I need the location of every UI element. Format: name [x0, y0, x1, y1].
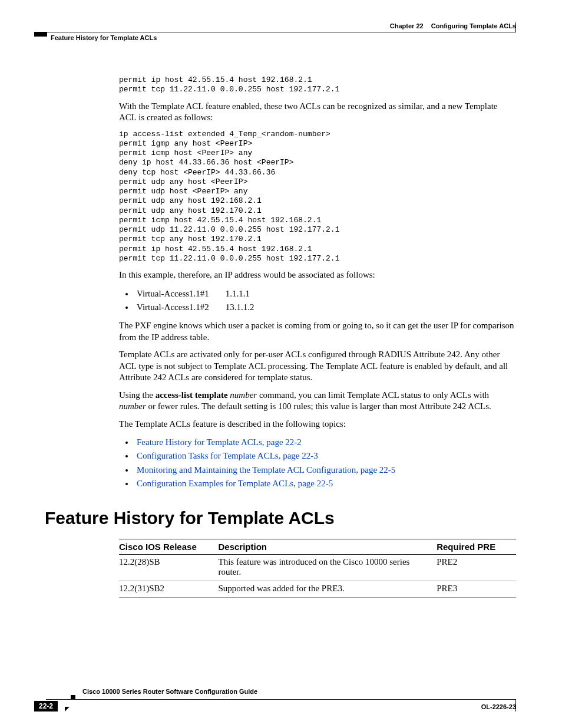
cross-ref-link[interactable]: Configuration Examples for Template ACLs…: [137, 479, 333, 488]
table-header-row: Cisco IOS Release Description Required P…: [119, 539, 516, 555]
page-content: permit ip host 42.55.15.4 host 192.168.2…: [119, 75, 516, 598]
paragraph: In this example, therefore, an IP addres…: [119, 269, 516, 281]
cross-ref-link[interactable]: Feature History for Template ACLs, page …: [137, 437, 302, 447]
page-badge-corner: [65, 707, 70, 711]
header-marker: [34, 32, 47, 37]
running-header: Chapter 22 Configuring Template ACLs: [46, 22, 516, 29]
footer-rule-vertical: [515, 700, 516, 711]
list-item: Configuration Examples for Template ACLs…: [134, 477, 516, 490]
cross-ref-link[interactable]: Configuration Tasks for Template ACLs, p…: [137, 451, 318, 460]
table-row: 12.2(31)SB2 Supported was added for the …: [119, 581, 516, 598]
footer-rule: [46, 699, 516, 700]
header-rule: [47, 32, 516, 32]
document-id: OL-2226-23: [481, 703, 516, 710]
paragraph: With the Template ACL feature enabled, t…: [119, 101, 516, 124]
paragraph: The PXF engine knows which user a packet…: [119, 320, 516, 343]
cross-ref-link[interactable]: Monitoring and Maintaining the Template …: [137, 465, 395, 475]
paragraph: Template ACLs are activated only for per…: [119, 349, 516, 384]
chapter-label: Chapter 22: [390, 22, 424, 29]
bold-command: access-list template: [156, 390, 228, 400]
release-table: Cisco IOS Release Description Required P…: [119, 539, 516, 598]
list-item: Feature History for Template ACLs, page …: [134, 436, 516, 449]
paragraph: Using the access-list template number co…: [119, 390, 516, 413]
association-list: Virtual-Access1.1#11.1.1.1 Virtual-Acces…: [119, 287, 516, 315]
col-header: Description: [219, 539, 437, 555]
code-block-1: permit ip host 42.55.15.4 host 192.168.2…: [119, 75, 516, 95]
chapter-title: Configuring Template ACLs: [431, 22, 516, 29]
paragraph: The Template ACLs feature is described i…: [119, 419, 516, 430]
section-heading: Feature History for Template ACLs: [45, 508, 516, 528]
code-block-2: ip access-list extended 4_Temp_<random-n…: [119, 130, 516, 264]
list-item: Monitoring and Maintaining the Template …: [134, 463, 516, 477]
section-header: Feature History for Template ACLs: [51, 34, 157, 41]
footer-guide-title: Cisco 10000 Series Router Software Confi…: [82, 688, 257, 695]
page-number-badge: 22-2: [34, 701, 58, 711]
footer-accent: [71, 695, 75, 700]
list-item: Configuration Tasks for Template ACLs, p…: [134, 449, 516, 463]
list-item: Virtual-Access1.1#213.1.1.2: [134, 301, 516, 314]
table-row: 12.2(28)SB This feature was introduced o…: [119, 555, 516, 581]
list-item: Virtual-Access1.1#11.1.1.1: [134, 287, 516, 301]
topics-list: Feature History for Template ACLs, page …: [119, 436, 516, 490]
col-header: Cisco IOS Release: [119, 539, 219, 555]
col-header: Required PRE: [437, 539, 516, 555]
